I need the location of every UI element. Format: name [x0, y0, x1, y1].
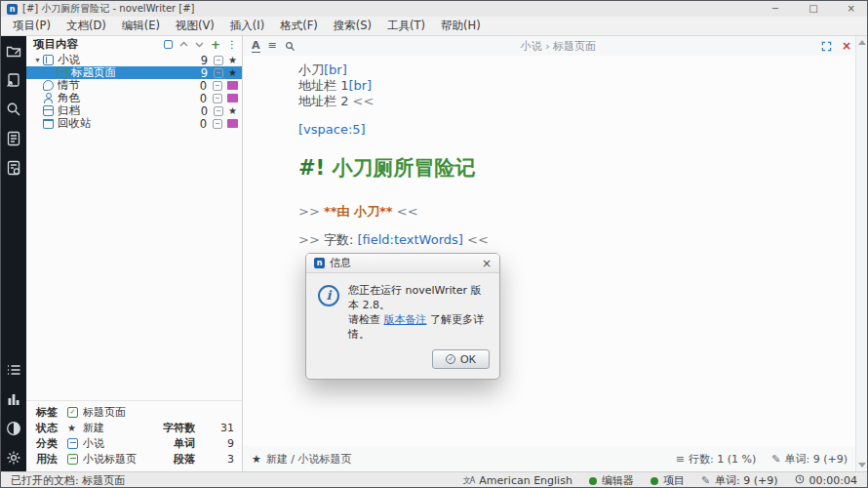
- detail-check-icon: ✓: [67, 407, 78, 418]
- add-item-icon[interactable]: +: [211, 39, 220, 51]
- expand-editor-icon[interactable]: [821, 37, 832, 56]
- editor-autosave-status: 编辑器: [589, 473, 634, 488]
- word-counter-text: 单词: 9 (+9): [785, 452, 848, 467]
- doc-segment: **: [324, 204, 337, 219]
- doc-segment: 小刀: [298, 62, 324, 77]
- activity-bar: [1, 36, 26, 471]
- info-icon: i: [318, 285, 339, 306]
- tree-item-label: 回收站: [58, 116, 191, 131]
- language-status[interactable]: 文A American English: [463, 474, 572, 487]
- editor-header: A ≡ 小说 › 标题页面 ×: [243, 36, 867, 56]
- dialog-close-icon[interactable]: ×: [482, 258, 492, 269]
- release-notes-link[interactable]: 版本备注: [384, 313, 427, 326]
- outline-doc-icon[interactable]: [6, 131, 21, 146]
- stat-value-usage: 3: [203, 453, 234, 466]
- ok-check-icon: ✓: [446, 354, 455, 364]
- detail-doc-blue-icon: [67, 438, 78, 449]
- session-words-label: 单词: 9 (+9): [715, 473, 778, 488]
- menu-format[interactable]: 格式(F): [272, 17, 326, 35]
- project-status-dot-icon: [651, 477, 658, 485]
- people-icon: [43, 93, 54, 103]
- outline-view-icon[interactable]: [6, 362, 21, 378]
- project-status-label: 项目: [663, 473, 685, 488]
- document-editor[interactable]: 小刀[br]地址栏 1[br]地址栏 2 <<[vspace:5]#! 小刀厕所…: [243, 56, 867, 446]
- more-options-icon[interactable]: ⋮: [227, 39, 237, 51]
- editor-footer: ★ 新建 / 小说标题页 ≡ 行数: 1 (1 %) ✎ 单词: 9 (+9): [243, 446, 867, 471]
- doc-line-8: >> **由 小刀** <<: [298, 204, 848, 220]
- doc-segment: [br]: [324, 62, 347, 77]
- quick-links-icon[interactable]: [164, 39, 173, 51]
- move-up-icon[interactable]: [179, 39, 188, 51]
- active-flag-icon: [213, 94, 222, 103]
- dialog-message-line2-pre: 请检查: [348, 313, 384, 326]
- detail-label-tag: 标签: [36, 405, 67, 420]
- maximize-button[interactable]: □: [809, 2, 817, 16]
- project-edit-icon[interactable]: [6, 43, 21, 59]
- breadcrumb: 小说 › 标题页面: [296, 39, 821, 54]
- close-button[interactable]: ×: [848, 2, 855, 16]
- doc-segment: <<: [353, 94, 375, 108]
- menu-search[interactable]: 搜索(S): [326, 17, 379, 35]
- menu-tools[interactable]: 工具(T): [379, 17, 433, 35]
- menu-insert[interactable]: 插入(I): [222, 17, 272, 35]
- clock-icon: [795, 474, 805, 487]
- menu-help[interactable]: 帮助(H): [433, 17, 489, 35]
- breadcrumb-current[interactable]: 标题页面: [553, 40, 596, 53]
- line-counter: ≡ 行数: 1 (1 %): [676, 452, 756, 467]
- ok-button[interactable]: ✓ OK: [432, 349, 490, 369]
- menu-document[interactable]: 文档(D): [59, 17, 114, 35]
- status-star-icon: ★: [252, 453, 261, 466]
- word-counter: ✎ 单词: 9 (+9): [771, 452, 848, 467]
- dialog-title-bar[interactable]: n 信息 ×: [306, 254, 499, 273]
- close-document-icon[interactable]: ×: [842, 40, 851, 52]
- footer-status-text: 新建 / 小说标题页: [266, 452, 352, 467]
- tree-item-count: 9: [192, 66, 208, 80]
- theme-toggle-icon[interactable]: [6, 421, 21, 436]
- editor-status-dot-icon: [589, 477, 597, 485]
- detail-label-status: 状态: [36, 421, 67, 435]
- search-icon[interactable]: [6, 102, 21, 117]
- expander-icon[interactable]: ▾: [32, 56, 43, 64]
- editor-scrollbar[interactable]: [855, 36, 867, 471]
- tree-item-trash[interactable]: 回收站0: [26, 117, 242, 130]
- info-dialog: n 信息 × i 您正在运行 novelWriter 版本 2.8。 请检查 版…: [305, 253, 500, 380]
- editor-header-actions: ×: [821, 37, 851, 56]
- move-down-icon[interactable]: [195, 39, 204, 51]
- menu-view[interactable]: 视图(V): [168, 17, 222, 35]
- project-panel: 项目内容 + ⋮ ▾小说9★标题页面9★情节0角色0归档0★回收站0 标签✓标题…: [26, 36, 243, 471]
- project-autosave-status: 项目: [651, 473, 685, 488]
- doc-blank-line: [298, 191, 848, 204]
- detail-value-class: 小说: [83, 436, 163, 451]
- dialog-message-line1: 您正在运行 novelWriter 版本 2.8。: [348, 284, 482, 311]
- book-icon: [43, 55, 54, 65]
- doc-line-0: 小刀[br]: [298, 62, 848, 78]
- scroll-up-arrow-icon[interactable]: [858, 40, 866, 45]
- doc-line-10: >> 字数: [field:textWords] <<: [298, 232, 848, 248]
- status-star-icon: ★: [227, 67, 238, 78]
- writing-stats-icon[interactable]: [6, 391, 21, 407]
- tree-item-count: 9: [192, 54, 208, 67]
- ok-button-label: OK: [460, 353, 476, 365]
- minimize-button[interactable]: −: [771, 2, 779, 16]
- doc-segment: [field:textWords]: [357, 232, 462, 247]
- settings-gear-icon[interactable]: [6, 450, 21, 466]
- item-details-panel: 标签✓标题页面状态★新建字符数31分类小说单词9用法小说标题页段落3: [26, 400, 242, 471]
- build-manuscript-icon[interactable]: [6, 160, 21, 176]
- detail-value-usage: 小说标题页: [83, 452, 163, 467]
- active-flag-icon: [213, 81, 222, 91]
- novel-view-icon[interactable]: [6, 72, 21, 88]
- document-outline-icon[interactable]: ≡: [268, 40, 277, 52]
- editor-search-icon[interactable]: [285, 37, 296, 56]
- doc-line-1: 地址栏 1[br]: [298, 78, 848, 94]
- doc-segment: 小刀厕所冒险记: [332, 156, 475, 180]
- scroll-down-arrow-icon[interactable]: [858, 463, 866, 468]
- detail-label-usage: 用法: [36, 452, 67, 467]
- session-words-status: ✎ 单词: 9 (+9): [701, 473, 778, 488]
- breadcrumb-parent[interactable]: 小说: [521, 40, 542, 53]
- menu-edit[interactable]: 编辑(E): [114, 17, 168, 35]
- stat-value-status: 31: [203, 422, 234, 434]
- doc-segment: <<: [393, 204, 418, 219]
- text-format-icon[interactable]: A: [252, 40, 260, 53]
- breadcrumb-separator: ›: [545, 40, 549, 53]
- menu-project[interactable]: 项目(P): [5, 17, 59, 35]
